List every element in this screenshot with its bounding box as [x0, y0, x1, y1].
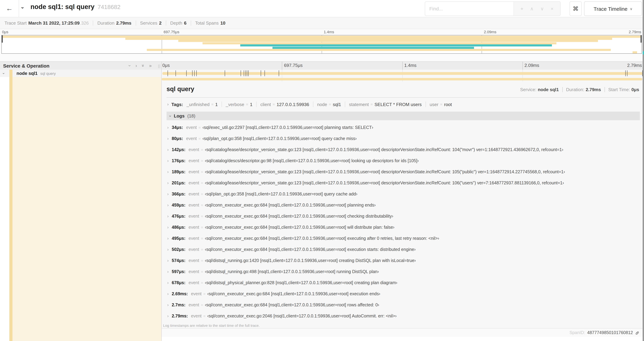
divider	[256, 102, 256, 107]
log-marker[interactable]	[244, 70, 244, 76]
log-timestamp: 80μs:	[172, 136, 183, 141]
log-entry[interactable]: ›201μs:event=‹sql/catalog/lease/descript…	[167, 177, 640, 189]
span-detail-footer: SpanID: 4877749850101760812	[162, 328, 642, 337]
log-field-key: event	[191, 291, 202, 296]
tag-key: _unfinished	[186, 102, 210, 107]
chevron-right-icon: ›	[167, 214, 168, 219]
chevron-right-icon: ›	[167, 136, 168, 141]
divider	[426, 102, 426, 107]
find-input[interactable]	[425, 2, 514, 16]
log-marker[interactable]	[186, 70, 186, 76]
log-entry[interactable]: ›502μs:event=‹sql/conn_executor_exec.go:…	[167, 244, 640, 255]
trace-services: Services 2	[140, 21, 162, 26]
span-detail-panel: sql query Service: node sql1 Duration: 2…	[162, 82, 642, 337]
log-marker[interactable]	[264, 70, 265, 76]
log-entry[interactable]: ›597μs:event=‹sql/distsql_running.go:498…	[167, 266, 640, 277]
equals-sign: =	[329, 102, 331, 106]
log-entry[interactable]: ›80μs:event=‹sql/plan_opt.go:358 [nsql1,…	[167, 133, 640, 144]
logs-toggle-header[interactable]: › Logs (18)	[166, 112, 640, 120]
tags-toggle-row[interactable]: › Tags: _unfinished=1_verbose=1client=12…	[167, 102, 640, 107]
log-timestamp: 678μs:	[172, 280, 186, 285]
trace-start: Trace Start March 31 2022, 17:25:09 .326	[4, 21, 89, 26]
log-marker[interactable]	[278, 70, 279, 76]
log-timestamp: 2.79ms:	[172, 314, 188, 318]
span-row-timeline-cell	[162, 70, 642, 77]
log-entry[interactable]: ›176μs:event=‹sql/catalog/descs/descript…	[167, 155, 640, 166]
scrollbar[interactable]	[642, 0, 644, 341]
log-entry[interactable]: ›459μs:event=‹sql/conn_executor_exec.go:…	[167, 200, 640, 211]
expand-all-icon[interactable]: »	[149, 63, 152, 68]
chevron-right-icon: ›	[167, 291, 168, 296]
equals-sign: =	[201, 281, 203, 285]
expand-one-icon[interactable]: ›	[136, 63, 137, 68]
log-marker[interactable]	[225, 70, 225, 76]
logs-count: (18)	[187, 113, 195, 119]
next-match-icon[interactable]: ∨	[540, 6, 544, 12]
span-bar[interactable]	[162, 72, 642, 75]
command-icon: ⌘	[573, 5, 578, 12]
chevron-right-icon: ›	[167, 280, 168, 285]
trace-header-collapse-toggle[interactable]: ›	[20, 7, 26, 9]
minimap-span-bar	[240, 45, 552, 47]
equals-sign: =	[201, 203, 203, 207]
log-marker[interactable]	[627, 70, 628, 76]
log-entry[interactable]: ›678μs:event=‹sql/distsql_physical_plann…	[167, 277, 640, 288]
log-entry[interactable]: ›2.79ms:event=‹sql/conn_executor_exec.go…	[167, 310, 640, 321]
log-marker[interactable]	[626, 70, 626, 76]
span-row-name-cell[interactable]: › node sql1 sql query	[0, 70, 161, 77]
log-entry[interactable]: ›476μs:event=‹sql/conn_executor_exec.go:…	[167, 211, 640, 222]
log-entry[interactable]: ›142μs:event=‹sql/catalog/lease/descript…	[167, 144, 640, 155]
log-marker[interactable]	[176, 70, 176, 76]
keyboard-shortcuts-button[interactable]: ⌘	[570, 2, 582, 16]
log-entry[interactable]: ›574μs:event=‹sql/distsql_running.go:142…	[167, 255, 640, 266]
log-entry[interactable]: ›34μs:event=‹sql/exec_util.go:2297 [nsql…	[167, 122, 640, 133]
log-marker[interactable]	[247, 70, 248, 76]
equals-sign: =	[273, 102, 275, 106]
duration-value: 2.79ms	[586, 87, 601, 92]
log-field-key: event	[188, 225, 199, 230]
log-entry[interactable]: ›486μs:event=‹sql/conn_executor_exec.go:…	[167, 222, 640, 233]
tags-list: _unfinished=1_verbose=1client=127.0.0.1:…	[186, 102, 452, 107]
log-timestamp: 486μs:	[172, 225, 186, 230]
divider	[313, 102, 313, 107]
log-marker[interactable]	[248, 70, 248, 76]
log-entry[interactable]: ›366μs:event=‹sql/plan_opt.go:358 [nsql1…	[167, 189, 640, 200]
log-entry[interactable]: ›2.69ms:event=‹sql/conn_executor_exec.go…	[167, 288, 640, 299]
log-entry[interactable]: ›495μs:event=‹sql/conn_executor_exec.go:…	[167, 233, 640, 244]
log-marker[interactable]	[246, 70, 246, 76]
log-timestamp: 366μs:	[172, 192, 186, 196]
log-marker[interactable]	[260, 70, 261, 76]
trace-duration: Duration 2.79ms	[98, 21, 132, 26]
log-entry[interactable]: ›2.7ms:event=‹sql/conn_executor_exec.go:…	[167, 299, 640, 310]
log-marker[interactable]	[168, 70, 168, 76]
span-id-label: SpanID:	[570, 330, 585, 335]
log-marker[interactable]	[196, 70, 197, 76]
log-marker[interactable]	[241, 70, 241, 76]
log-marker[interactable]	[192, 70, 192, 76]
detail-row-span-bar[interactable]	[162, 78, 642, 80]
tag-key: node	[317, 102, 327, 107]
log-field-value: ‹sql/conn_executor_exec.go:684 [nsql1,cl…	[205, 214, 393, 219]
log-marker[interactable]	[194, 70, 194, 76]
minimap-right-drag-handle[interactable]	[640, 35, 642, 43]
service-label: Service:	[520, 87, 536, 92]
back-button[interactable]: ←	[0, 0, 19, 17]
focus-match-icon[interactable]: ⌖	[520, 6, 523, 12]
equals-sign: =	[201, 214, 203, 218]
column-resize-grip[interactable]: ||	[158, 64, 161, 68]
collapse-one-icon[interactable]: ›	[128, 65, 132, 67]
equals-sign: =	[370, 102, 373, 106]
log-entry[interactable]: ›189μs:event=‹sql/catalog/lease/descript…	[167, 166, 640, 177]
log-timestamp: 34μs:	[172, 125, 183, 130]
deep-link-icon[interactable]	[635, 330, 640, 335]
clear-find-icon[interactable]: ×	[551, 6, 554, 12]
prev-match-icon[interactable]: ∧	[530, 6, 534, 12]
log-entries-list: ›34μs:event=‹sql/exec_util.go:2297 [nsql…	[167, 122, 640, 321]
log-field-value: ‹sql/conn_executor_exec.go:684 [nsql1,cl…	[205, 236, 439, 241]
chevron-down-icon: ∨	[630, 7, 632, 11]
view-selector-button[interactable]: Trace Timeline ∨	[584, 2, 642, 16]
collapse-all-icon[interactable]: »	[141, 65, 145, 67]
detail-row-name-column	[0, 77, 161, 341]
minimap-left-drag-handle[interactable]	[2, 35, 3, 43]
minimap-canvas[interactable]	[2, 35, 642, 54]
